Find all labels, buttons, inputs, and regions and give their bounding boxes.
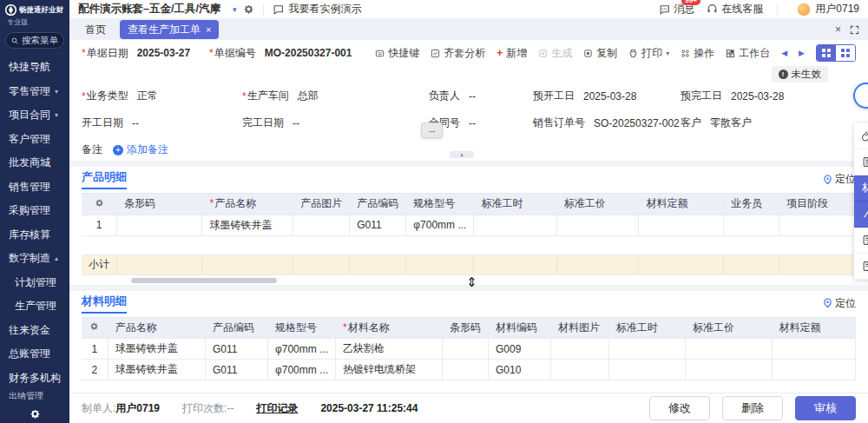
product-row[interactable]: 1 球墨铸铁井盖 G011 φ700mm ... <box>82 215 856 235</box>
process-flow-button[interactable] <box>854 202 868 228</box>
flow-icon <box>862 208 868 220</box>
scrollbar-thumb[interactable] <box>131 278 277 283</box>
doc-number-field: * 单据编号 MO-20250327-001 <box>209 46 352 61</box>
chevron-down-icon: ▾ <box>55 88 58 96</box>
cell-material-image[interactable] <box>550 360 608 380</box>
workbench-button[interactable]: 工作台 <box>726 46 770 61</box>
sidebar-nav: 快捷导航 零售管理▾ 项目合同▾ 客户管理 批发商城 销售管理 采购管理 库存核… <box>0 56 69 404</box>
doc-date-value[interactable]: 2025-03-27 <box>137 47 190 59</box>
sidebar-item-wholesale-mall[interactable]: 批发商城 <box>0 151 69 175</box>
locate-button[interactable]: 定位 <box>823 296 856 314</box>
tab-material-detail[interactable]: 材料明细 <box>82 294 127 314</box>
kitting-analysis-button[interactable]: 齐套分析 <box>431 46 485 61</box>
doc-refresh-button[interactable] <box>854 228 868 254</box>
messages-button[interactable]: 消息 99+ <box>659 2 694 17</box>
add-remark-button[interactable]: + 添加备注 <box>113 142 168 157</box>
float-toolbar: 材 <box>854 123 868 280</box>
cell-product-image[interactable] <box>293 215 350 235</box>
sidebar-item-cashier[interactable]: 出纳管理 <box>0 390 69 402</box>
field-contract-no[interactable]: 合同号-- <box>429 116 533 130</box>
sidebar-item-retail[interactable]: 零售管理▾ <box>0 80 69 104</box>
generate-button[interactable]: 生成 <box>538 46 572 61</box>
col-product-code: 产品编码 <box>206 318 268 339</box>
sidebar-item-quick-nav[interactable]: 快捷导航 <box>0 56 69 80</box>
print-button[interactable]: 打印 ▾ <box>628 46 669 61</box>
audit-button[interactable]: 审核 <box>795 396 856 420</box>
sidebar-item-finance-multi-org[interactable]: 财务多机构 <box>0 367 69 391</box>
field-customer[interactable]: 客户零散客户 <box>681 116 856 130</box>
field-business-type[interactable]: *业务类型正常 <box>82 89 242 103</box>
grid-view-button[interactable] <box>817 45 836 61</box>
account-selector[interactable]: 配件演示账套–五金/工具/汽摩 <box>78 2 220 17</box>
fullscreen-icon[interactable] <box>850 25 859 35</box>
edit-button[interactable]: 修改 <box>649 396 710 420</box>
sidebar-item-purchase[interactable]: 采购管理 <box>0 199 69 223</box>
sidebar-item-customer[interactable]: 客户管理 <box>0 128 69 152</box>
cell-spec: φ700mm ... <box>267 339 335 360</box>
topbar: 配件演示账套–五金/工具/汽摩 ▾ 我要看实例演示 消息 99+ 在线客服 <box>69 0 868 19</box>
cell-material-image[interactable] <box>550 339 608 360</box>
print-count: 打印次数:-- <box>182 401 233 416</box>
tab-view-production-order[interactable]: 查看生产加工单 × <box>120 20 219 39</box>
sidebar-item-sales[interactable]: 销售管理 <box>0 175 69 200</box>
unread-badge: 99+ <box>681 0 700 5</box>
print-log-link[interactable]: 打印记录 <box>256 401 298 416</box>
field-sales-order-no[interactable]: 销售订单号SO-20250327-002 <box>533 116 681 130</box>
column-settings-button[interactable] <box>82 194 117 215</box>
material-row[interactable]: 1 球墨铸铁井盖 G011 φ700mm ... 乙炔割枪 G009 <box>82 339 856 360</box>
user-menu[interactable]: 用户0719 <box>797 2 859 17</box>
sidebar-item-project-contract[interactable]: 项目合同▾ <box>0 103 69 128</box>
col-product-name: 产品名称 <box>108 318 205 339</box>
doc-settings-button[interactable] <box>854 254 868 280</box>
add-button[interactable]: + 新增 <box>496 46 527 61</box>
prev-record-icon[interactable]: ◀ <box>781 49 787 57</box>
field-start-date[interactable]: 开工日期-- <box>82 116 242 130</box>
field-workshop[interactable]: *生产车间总部 <box>242 89 429 103</box>
tab-product-detail[interactable]: 产品明细 <box>82 169 127 189</box>
field-planned-start[interactable]: 预开工日2025-03-28 <box>533 89 681 103</box>
settings-gear-icon[interactable] <box>243 3 254 15</box>
cell-std-hours <box>474 215 556 235</box>
chevron-down-icon[interactable]: ▾ <box>233 5 237 14</box>
sidebar-item-plan-management[interactable]: 计划管理 <box>0 271 69 295</box>
sidebar-item-production-management[interactable]: 生产管理 <box>0 294 69 319</box>
hover-tooltip: -- <box>421 122 443 138</box>
locate-button[interactable]: 定位 <box>823 172 856 189</box>
attachment-button[interactable] <box>854 123 868 149</box>
draft-button[interactable] <box>854 149 868 175</box>
gear-icon <box>95 198 104 208</box>
status-badge: ! 未生效 <box>772 66 829 83</box>
close-all-tabs-icon[interactable]: × <box>835 23 841 36</box>
sidebar-item-funds[interactable]: 往来资金 <box>0 319 69 343</box>
shortcut-keys-button[interactable]: 快捷键 <box>375 46 419 61</box>
brand-area: 畅捷通好业财 专业版 <box>0 0 69 30</box>
sidebar-item-inventory[interactable]: 库存核算 <box>0 223 69 248</box>
collapse-header-button[interactable]: ▴ <box>450 151 474 158</box>
cell-material-name: 乙炔割枪 <box>336 339 443 360</box>
sidebar-settings-button[interactable] <box>0 404 69 423</box>
menu-search-input[interactable]: 搜索菜单 <box>5 32 64 49</box>
product-table: 条形码 *产品名称 产品图片 产品编码 规格型号 标准工时 标准工价 材料定额 … <box>82 193 856 275</box>
tab-home[interactable]: 首页 <box>78 21 113 39</box>
online-service-button[interactable]: 在线客服 <box>707 2 763 17</box>
next-record-icon[interactable]: ▶ <box>799 49 805 57</box>
tab-close-icon[interactable]: × <box>206 24 211 35</box>
copy-button[interactable]: 复制 <box>583 46 617 61</box>
username: 用户0719 <box>815 2 859 17</box>
copy-icon <box>583 49 593 58</box>
col-std-hours: 标准工时 <box>474 194 556 215</box>
delete-button[interactable]: 删除 <box>722 396 783 420</box>
sidebar-item-general-ledger[interactable]: 总账管理 <box>0 342 69 367</box>
field-planned-finish[interactable]: 预完工日2025-03-28 <box>681 89 856 103</box>
material-shortcut-button[interactable]: 材 <box>854 175 868 202</box>
sidebar-item-digital-manufacturing[interactable]: 数字制造▴ <box>0 247 69 271</box>
field-owner[interactable]: 负责人-- <box>429 89 533 103</box>
material-row[interactable]: 2 球墨铸铁井盖 G011 φ700mm ... 热镀锌电缆桥架 G010 <box>82 360 856 380</box>
doc-number-value[interactable]: MO-20250327-001 <box>265 47 352 59</box>
demo-video-link[interactable]: 我要看实例演示 <box>273 2 361 17</box>
cell-material-name: 热镀锌电缆桥架 <box>336 360 443 380</box>
column-settings-button[interactable] <box>82 318 108 339</box>
list-view-button[interactable] <box>836 45 855 61</box>
operate-button[interactable]: 操作 <box>681 46 714 61</box>
field-finish-date[interactable]: 完工日期-- <box>242 116 429 130</box>
